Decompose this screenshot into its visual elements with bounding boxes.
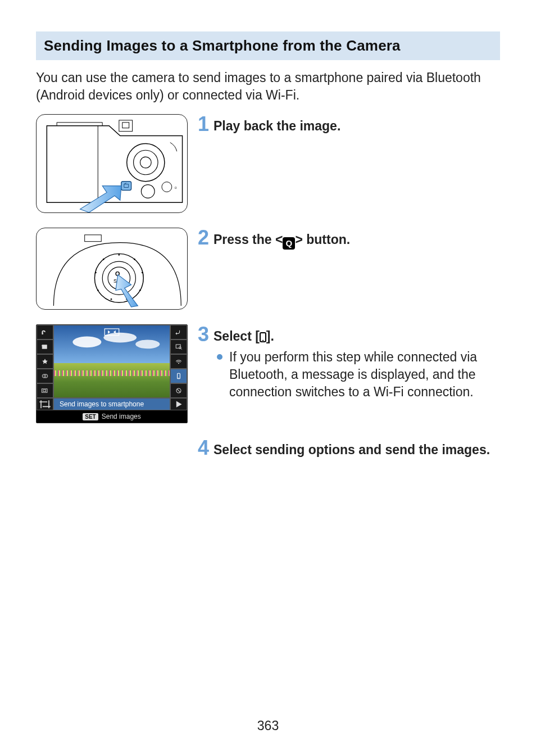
- lcd-left-icon-rotate: [37, 339, 53, 354]
- lcd-left-icon-protect: [37, 325, 53, 339]
- lcd-left-icon-resize: [37, 383, 53, 398]
- svg-point-21: [95, 272, 96, 273]
- svg-rect-29: [42, 389, 47, 392]
- step-3-bullet-1: If you perform this step while connected…: [217, 348, 500, 401]
- svg-point-19: [103, 259, 104, 260]
- step-1: 1 Play back the image.: [198, 114, 500, 135]
- svg-point-33: [135, 340, 160, 349]
- svg-rect-35: [176, 345, 180, 348]
- lcd-right-icon-return: [170, 325, 187, 339]
- lcd-preview-image: [53, 325, 170, 398]
- lcd-right-icon-play: [170, 398, 187, 410]
- svg-point-22: [139, 290, 140, 291]
- svg-point-17: [119, 254, 120, 255]
- step-2-title: Press the <Q> button.: [214, 231, 350, 250]
- step-2-number: 2: [198, 228, 209, 248]
- q-set-icon: Q: [283, 237, 295, 250]
- step-2-title-pre: Press the <: [214, 232, 283, 247]
- figure-lcd-menu: Send images to smartphone SET Send image…: [36, 324, 188, 423]
- lcd-left-icon-rating: [37, 354, 53, 369]
- step-1-title: Play back the image.: [214, 117, 340, 135]
- step-4: 4 Select sending options and send the im…: [198, 438, 500, 459]
- intro-paragraph: You can use the camera to send images to…: [36, 69, 500, 104]
- svg-point-32: [103, 333, 137, 343]
- step-2: 2 Press the <Q> button.: [198, 228, 500, 250]
- lcd-footer: SET Send images: [37, 410, 187, 423]
- lcd-right-icon-wifi: [170, 354, 187, 369]
- lcd-selected-label: Send images to smartphone: [53, 398, 170, 410]
- step-3-number: 3: [198, 324, 209, 345]
- lcd-left-icon-filter: [37, 369, 53, 383]
- svg-point-18: [134, 259, 135, 260]
- smartphone-icon: [260, 332, 266, 342]
- page-number: 363: [0, 718, 536, 734]
- lcd-left-icon-crop: [37, 398, 53, 410]
- svg-point-25: [111, 298, 112, 300]
- step-1-row: o: [36, 114, 500, 213]
- step-4-number: 4: [198, 438, 209, 458]
- svg-point-36: [179, 347, 181, 349]
- lcd-selected-label-text: Send images to smartphone: [54, 400, 144, 408]
- step-3-row: Send images to smartphone SET Send image…: [36, 324, 500, 423]
- step-3-bullets: If you perform this step while connected…: [198, 348, 500, 401]
- svg-text:o: o: [175, 186, 177, 190]
- heading-text: Sending Images to a Smartphone from the …: [44, 37, 492, 55]
- step-4-row: 4 Select sending options and send the im…: [36, 438, 500, 459]
- lcd-footer-text: Send images: [102, 413, 141, 420]
- svg-point-20: [142, 272, 143, 273]
- svg-rect-26: [42, 345, 47, 348]
- step-1-number: 1: [198, 114, 209, 134]
- svg-rect-30: [43, 390, 46, 391]
- figure-control-dial: Q SET: [36, 228, 188, 310]
- svg-point-31: [72, 337, 101, 348]
- step-3: 3 Select [].: [198, 324, 500, 345]
- content-area: o: [36, 114, 500, 459]
- step-3-title-post: ].: [266, 329, 274, 343]
- svg-rect-39: [178, 378, 179, 378]
- step-3-title: Select [].: [214, 328, 274, 345]
- svg-point-37: [178, 363, 179, 364]
- svg-rect-9: [121, 182, 131, 191]
- svg-point-23: [97, 290, 98, 291]
- lcd-right-icon-smartphone: [170, 369, 187, 383]
- step-4-title: Select sending options and send the imag…: [214, 441, 490, 459]
- lcd-right-icon-search: [170, 339, 187, 354]
- step-3-title-pre: Select [: [214, 329, 260, 343]
- lcd-set-badge: SET: [83, 413, 98, 420]
- step-2-row: Q SET: [36, 228, 500, 310]
- lcd-label-row: Send images to smartphone: [37, 398, 187, 410]
- figure-camera-body: o: [36, 114, 188, 213]
- lcd-right-icon-disable: [170, 383, 187, 398]
- section-heading: Sending Images to a Smartphone from the …: [36, 31, 500, 60]
- step-2-title-post: > button.: [295, 232, 350, 247]
